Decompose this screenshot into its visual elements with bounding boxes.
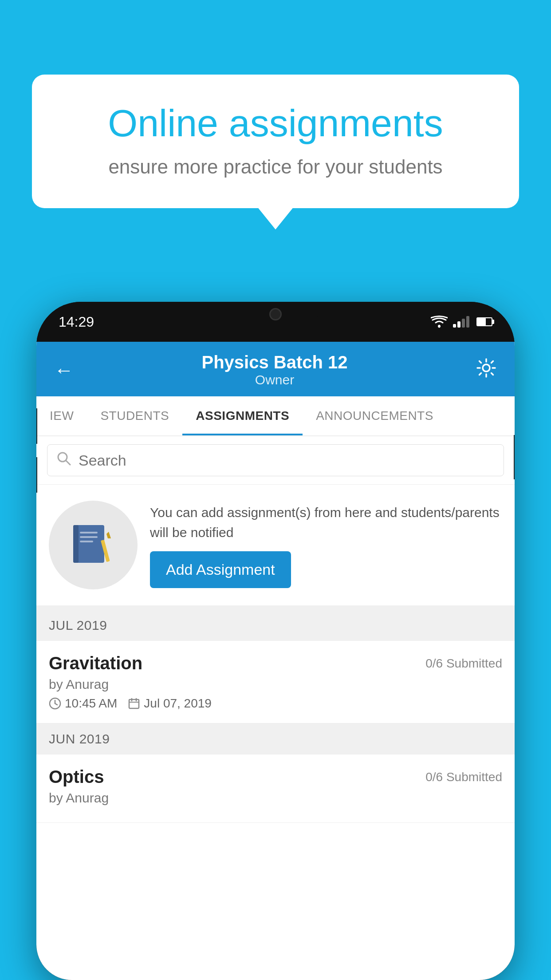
svg-rect-7 xyxy=(80,536,98,538)
status-bar: 14:29 xyxy=(36,302,515,342)
assignment-author-optics: by Anurag xyxy=(49,790,502,806)
svg-line-13 xyxy=(55,703,57,705)
assignment-author-gravitation: by Anurag xyxy=(49,677,502,692)
tab-announcements[interactable]: ANNOUNCEMENTS xyxy=(303,396,447,435)
assignment-submitted-gravitation: 0/6 Submitted xyxy=(425,656,502,671)
phone-camera xyxy=(269,308,282,320)
clock-icon xyxy=(49,697,61,710)
search-icon xyxy=(56,451,71,470)
calendar-icon xyxy=(128,697,140,710)
phone-power-button xyxy=(514,435,515,479)
svg-rect-8 xyxy=(80,541,93,542)
phone-frame: 14:29 ← xyxy=(36,302,515,980)
signal-icon xyxy=(453,316,469,328)
assignment-time-gravitation: 10:45 AM xyxy=(49,696,117,711)
tabs-bar: IEW STUDENTS ASSIGNMENTS ANNOUNCEMENTS xyxy=(36,396,515,436)
promo-text: You can add assignment(s) from here and … xyxy=(150,502,502,542)
back-button[interactable]: ← xyxy=(54,359,74,381)
speech-bubble-title: Online assignments xyxy=(64,101,487,145)
speech-bubble-subtitle: ensure more practice for your students xyxy=(64,156,487,178)
wifi-icon xyxy=(431,316,448,328)
svg-point-1 xyxy=(483,364,490,371)
svg-marker-10 xyxy=(106,532,111,538)
header-title: Physics Batch 12 xyxy=(201,352,347,372)
battery-icon xyxy=(476,317,492,326)
month-header-jul: JUL 2019 xyxy=(36,610,515,641)
phone-notch xyxy=(231,302,320,325)
tab-students[interactable]: STUDENTS xyxy=(87,396,182,435)
notebook-icon xyxy=(69,521,118,569)
svg-rect-5 xyxy=(73,525,79,563)
assignment-title-optics: Optics xyxy=(49,767,104,787)
svg-line-3 xyxy=(66,461,70,465)
assignment-item-optics[interactable]: Optics 0/6 Submitted by Anurag xyxy=(36,755,515,823)
promo-content: You can add assignment(s) from here and … xyxy=(150,502,502,588)
gear-icon xyxy=(476,357,497,379)
tab-assignments[interactable]: ASSIGNMENTS xyxy=(182,396,303,435)
assignment-date-gravitation: Jul 07, 2019 xyxy=(128,696,212,711)
add-assignment-button[interactable]: Add Assignment xyxy=(150,551,291,588)
search-input[interactable] xyxy=(79,452,495,469)
assignment-meta-gravitation: 10:45 AM Jul 07, 2019 xyxy=(49,696,502,711)
header-title-group: Physics Batch 12 Owner xyxy=(201,352,347,387)
promo-card: You can add assignment(s) from here and … xyxy=(36,485,515,610)
tab-iew[interactable]: IEW xyxy=(36,396,87,435)
settings-button[interactable] xyxy=(476,357,497,383)
header-subtitle: Owner xyxy=(201,372,347,387)
phone-volume-down-button xyxy=(36,457,37,493)
assignment-submitted-optics: 0/6 Submitted xyxy=(425,770,502,784)
svg-rect-6 xyxy=(80,532,98,533)
app-header: ← Physics Batch 12 Owner xyxy=(36,342,515,396)
assignment-item-gravitation[interactable]: Gravitation 0/6 Submitted by Anurag 10:4… xyxy=(36,641,515,723)
svg-rect-4 xyxy=(75,525,104,563)
speech-bubble-card: Online assignments ensure more practice … xyxy=(32,75,519,208)
status-time: 14:29 xyxy=(59,314,94,330)
search-input-wrapper xyxy=(47,444,504,476)
app-screen: ← Physics Batch 12 Owner IEW STUDENTS AS… xyxy=(36,342,515,980)
svg-rect-14 xyxy=(129,699,139,708)
status-icons xyxy=(431,316,492,328)
assignment-illustration xyxy=(49,501,138,589)
svg-point-0 xyxy=(438,325,441,328)
assignment-title-gravitation: Gravitation xyxy=(49,653,142,673)
month-header-jun: JUN 2019 xyxy=(36,723,515,755)
search-container xyxy=(36,436,515,485)
